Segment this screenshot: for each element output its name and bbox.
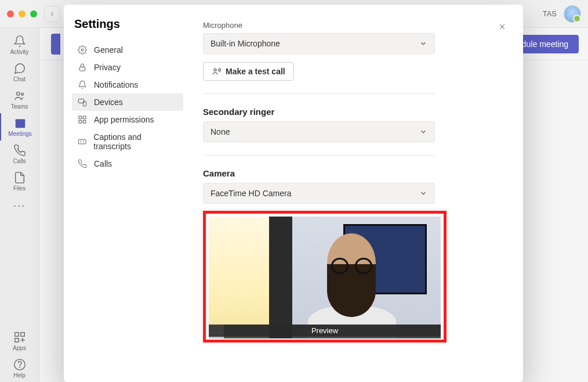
nav-label: Notifications <box>94 80 138 89</box>
apps-icon <box>13 331 26 344</box>
captions-icon <box>78 137 86 146</box>
nav-calls[interactable]: Calls <box>72 155 183 172</box>
svg-rect-12 <box>79 67 85 71</box>
preview-caption: Preview <box>209 325 441 337</box>
svg-rect-15 <box>79 116 82 119</box>
camera-dropdown[interactable]: FaceTime HD Camera <box>203 183 435 204</box>
nav-general[interactable]: General <box>72 41 183 59</box>
divider <box>203 155 435 156</box>
svg-rect-18 <box>83 120 86 123</box>
dropdown-value: FaceTime HD Camera <box>210 189 292 198</box>
sidebar-item-label: Calls <box>13 158 26 164</box>
microphone-dropdown[interactable]: Built-in Microphone <box>203 33 435 54</box>
settings-content[interactable]: Microphone Built-in Microphone Make a te… <box>191 5 523 382</box>
svg-point-0 <box>16 92 20 96</box>
sidebar-item-files[interactable]: Files <box>0 168 39 195</box>
nav-app-permissions[interactable]: App permissions <box>72 111 183 128</box>
svg-rect-5 <box>20 333 24 336</box>
sidebar-item-teams[interactable]: Teams <box>0 86 39 113</box>
nav-label: Devices <box>94 98 123 107</box>
sidebar-item-activity[interactable]: Activity <box>0 31 39 59</box>
camera-preview <box>209 217 441 338</box>
phone-icon <box>13 144 26 157</box>
sidebar-item-apps[interactable]: Apps <box>0 327 39 355</box>
settings-title: Settings <box>74 17 181 31</box>
sidebar-item-label: Teams <box>11 103 28 110</box>
nav-captions[interactable]: Captions and transcripts <box>72 128 183 155</box>
nav-privacy[interactable]: Privacy <box>72 59 183 76</box>
file-icon <box>13 171 26 184</box>
test-call-button[interactable]: Make a test call <box>203 62 294 81</box>
svg-rect-17 <box>79 120 82 123</box>
secondary-ringer-dropdown[interactable]: None <box>203 121 435 142</box>
svg-rect-4 <box>14 333 18 336</box>
sidebar-item-calls[interactable]: Calls <box>0 140 39 168</box>
bell-icon <box>78 80 87 89</box>
test-call-icon <box>212 67 221 76</box>
camera-preview-highlight: Preview <box>203 211 447 343</box>
divider <box>203 93 435 94</box>
nav-label: Privacy <box>94 63 121 72</box>
app-sidebar: Activity Chat Teams Meetings Calls Files… <box>0 28 39 382</box>
maximize-window-icon[interactable] <box>30 10 37 17</box>
calendar-icon <box>14 117 27 129</box>
sidebar-item-chat[interactable]: Chat <box>0 59 39 86</box>
help-icon <box>13 358 26 371</box>
grid-icon <box>78 115 87 124</box>
chat-icon <box>13 62 26 75</box>
svg-rect-19 <box>78 139 86 144</box>
sidebar-item-help[interactable]: Help <box>0 355 39 382</box>
svg-rect-6 <box>14 338 18 342</box>
microphone-label: Microphone <box>203 21 506 30</box>
phone-icon <box>78 159 87 168</box>
svg-rect-3 <box>15 120 25 122</box>
close-window-icon[interactable] <box>7 10 14 17</box>
devices-icon <box>78 98 87 107</box>
svg-point-1 <box>21 93 23 95</box>
minimize-window-icon[interactable] <box>19 10 26 17</box>
back-button[interactable] <box>44 6 60 22</box>
bell-icon <box>13 35 26 48</box>
svg-rect-14 <box>83 102 86 106</box>
settings-nav: Settings General Privacy Notifications D… <box>64 5 191 382</box>
lock-icon <box>78 63 87 72</box>
sidebar-item-label: Files <box>13 185 26 192</box>
nav-notifications[interactable]: Notifications <box>72 76 183 93</box>
dropdown-value: None <box>210 127 230 136</box>
sidebar-item-label: Chat <box>13 76 26 82</box>
sidebar-item-label: Apps <box>13 345 26 351</box>
sidebar-item-label: Activity <box>10 49 29 55</box>
user-initials: TAS <box>543 9 557 18</box>
nav-label: App permissions <box>94 115 154 124</box>
dropdown-value: Built-in Microphone <box>210 39 280 48</box>
avatar[interactable] <box>564 5 581 23</box>
svg-rect-16 <box>83 116 86 119</box>
window-controls <box>7 10 37 17</box>
secondary-ringer-heading: Secondary ringer <box>203 107 506 117</box>
settings-modal: Settings General Privacy Notifications D… <box>64 5 523 382</box>
button-label: Make a test call <box>226 67 285 76</box>
svg-point-7 <box>14 359 24 370</box>
sidebar-item-label: Help <box>13 372 26 379</box>
svg-point-11 <box>81 49 84 51</box>
svg-point-20 <box>214 69 216 71</box>
nav-label: Calls <box>94 159 112 168</box>
partial-button-left[interactable] <box>51 34 60 55</box>
chevron-down-icon <box>419 128 427 136</box>
camera-heading: Camera <box>203 168 506 178</box>
nav-devices[interactable]: Devices <box>72 93 183 111</box>
nav-label: Captions and transcripts <box>93 132 177 151</box>
nav-label: General <box>94 45 123 55</box>
gear-icon <box>78 45 87 55</box>
sidebar-item-label: Meetings <box>8 131 32 137</box>
chevron-down-icon <box>419 39 427 48</box>
sidebar-item-meetings[interactable]: Meetings <box>0 113 39 140</box>
chevron-down-icon <box>419 189 427 197</box>
teams-icon <box>13 89 26 102</box>
svg-point-8 <box>19 367 20 367</box>
more-icon[interactable]: ··· <box>13 195 26 217</box>
button-label: dule meeting <box>522 39 568 49</box>
